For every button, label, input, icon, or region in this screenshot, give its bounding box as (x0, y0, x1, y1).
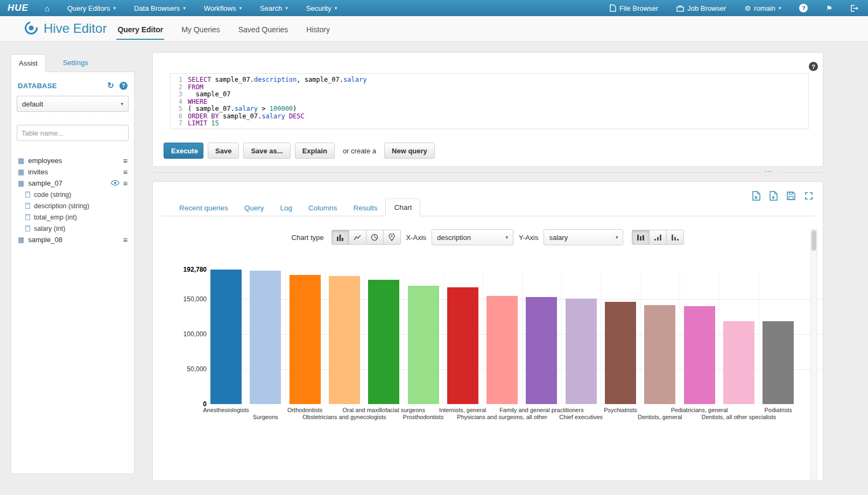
sorting-none-button[interactable] (632, 230, 650, 245)
chart-bar-5[interactable] (368, 280, 399, 404)
file-browser-link[interactable]: File Browser (601, 0, 667, 16)
database-help-icon[interactable]: ? (119, 82, 128, 90)
chart-bar-15[interactable] (763, 321, 794, 404)
chart-bar-6[interactable] (408, 286, 439, 404)
table-item-sample_07[interactable]: ▦sample_07≡ (17, 178, 129, 189)
chart-bar-2[interactable] (250, 271, 281, 404)
tab-query-editor[interactable]: Query Editor (116, 18, 164, 40)
new-query-button[interactable]: New query (384, 143, 435, 159)
v-gridline (324, 270, 325, 404)
v-gridline (680, 270, 680, 404)
chart-bar-10[interactable] (566, 299, 597, 404)
column-item[interactable]: code (string) (17, 189, 129, 200)
hue-logo[interactable]: HUE (0, 3, 36, 13)
table-filter-input[interactable] (17, 125, 129, 141)
column-item[interactable]: description (string) (17, 200, 129, 211)
sorting-asc-button[interactable] (649, 230, 667, 245)
nav-menu-workflows[interactable]: Workflows▾ (195, 0, 251, 16)
table-item-employees[interactable]: ▦employees≡ (17, 155, 129, 166)
chart-bar-1[interactable] (210, 270, 242, 404)
sql-line: 7LIMIT 15 (171, 120, 808, 128)
editor-help-icon[interactable]: ? (809, 62, 818, 71)
save-button[interactable]: Save (208, 143, 239, 159)
home-icon[interactable]: ⌂ (36, 4, 58, 13)
column-name: total_emp (int) (34, 214, 77, 221)
results-scrollbar[interactable] (810, 229, 817, 480)
results-tab-recent-queries[interactable]: Recent queries (171, 200, 236, 216)
save-as-button[interactable]: Save as... (243, 143, 290, 159)
job-browser-link[interactable]: Job Browser (667, 0, 735, 16)
eye-icon[interactable] (111, 179, 119, 187)
help-button[interactable]: ? (790, 0, 817, 16)
sorting-desc-button[interactable] (666, 230, 684, 245)
chart-bar-13[interactable] (684, 306, 715, 404)
v-gridline (364, 270, 365, 404)
chart-bar-11[interactable] (605, 302, 636, 404)
column-icon (25, 192, 30, 197)
user-menu[interactable]: ⚙ romain ▾ (735, 0, 790, 16)
file-browser-label: File Browser (619, 4, 658, 12)
database-select[interactable]: default ▾ (17, 96, 129, 112)
results-tab-results[interactable]: Results (345, 200, 385, 216)
column-item[interactable]: salary (int) (17, 223, 129, 234)
scrollbar-thumb[interactable] (811, 230, 816, 251)
nav-menu-data-browsers[interactable]: Data Browsers▾ (125, 0, 195, 16)
line-number: 6 (171, 113, 188, 121)
results-tab-log[interactable]: Log (272, 200, 301, 216)
resize-handle[interactable]: ⋯ (760, 167, 778, 175)
nav-menu-search[interactable]: Search▾ (251, 0, 297, 16)
chart-bar-9[interactable] (526, 297, 557, 404)
nav-menu-security[interactable]: Security▾ (297, 0, 347, 16)
pie-chart-button[interactable] (366, 230, 384, 245)
tab-assist[interactable]: Assist (11, 54, 46, 72)
table-columns-icon[interactable]: ≡ (123, 168, 128, 176)
bar-chart-button[interactable] (331, 230, 349, 245)
x-axis-select[interactable]: description ▾ (432, 229, 513, 245)
chart-bar-3[interactable] (290, 275, 321, 404)
chart-controls: Chart type X-Axis description ▾ Y-Axis s… (153, 229, 823, 245)
chevron-down-icon: ▾ (113, 5, 116, 11)
line-number: 5 (171, 105, 188, 113)
sql-text: ORDER BY sample_07.salary DESC (188, 113, 305, 121)
sorting-group (632, 230, 684, 245)
results-tab-chart[interactable]: Chart (385, 199, 420, 216)
editor-actions: Execute Save Save as... Explain or creat… (164, 143, 435, 159)
column-item[interactable]: total_emp (int) (17, 211, 129, 223)
execute-button[interactable]: Execute (164, 143, 203, 159)
table-columns-icon[interactable]: ≡ (123, 236, 128, 244)
tab-history[interactable]: History (305, 18, 331, 40)
table-name: employees (28, 157, 62, 165)
nav-menu-query-editors[interactable]: Query Editors▾ (58, 0, 125, 16)
table-item-invites[interactable]: ▦invites≡ (17, 166, 129, 178)
chart-bar-14[interactable] (723, 321, 754, 404)
chart-bar-4[interactable] (329, 276, 360, 404)
table-item-sample_08[interactable]: ▦sample_08≡ (17, 234, 129, 245)
chart-type-group (331, 230, 401, 245)
sign-out-button[interactable] (842, 0, 868, 16)
y-axis-tick-label: 50,000 (187, 365, 207, 373)
column-name: code (string) (34, 191, 71, 199)
tab-saved-queries[interactable]: Saved Queries (237, 18, 290, 40)
tab-settings[interactable]: Settings (63, 59, 88, 67)
y-axis-label: Y-Axis (519, 234, 538, 242)
chart-bar-7[interactable] (447, 287, 478, 404)
results-tab-query[interactable]: Query (236, 200, 272, 216)
feedback-button[interactable]: ⚑ (817, 0, 842, 16)
y-axis-select[interactable]: salary ▾ (544, 229, 623, 245)
chart-bar-8[interactable] (486, 296, 518, 404)
refresh-icon[interactable]: ↻ (107, 81, 114, 90)
line-chart-button[interactable] (349, 230, 366, 245)
chart-bar-12[interactable] (644, 305, 675, 404)
sql-token: salary (262, 112, 285, 120)
sql-code-editor[interactable]: 1SELECT sample_07.description, sample_07… (170, 73, 809, 129)
tab-my-queries[interactable]: My Queries (180, 18, 221, 40)
sql-token: sample_07. (219, 112, 262, 120)
explain-button[interactable]: Explain (295, 143, 335, 159)
bar-chart: AnesthesiologistsSurgeonsOrthodontistsOb… (210, 270, 849, 404)
table-columns-icon[interactable]: ≡ (123, 179, 128, 188)
chevron-down-icon: ▾ (611, 235, 618, 240)
results-tab-columns[interactable]: Columns (300, 200, 345, 216)
map-chart-button[interactable] (383, 230, 401, 245)
table-columns-icon[interactable]: ≡ (123, 157, 128, 165)
v-gridline (404, 270, 404, 404)
